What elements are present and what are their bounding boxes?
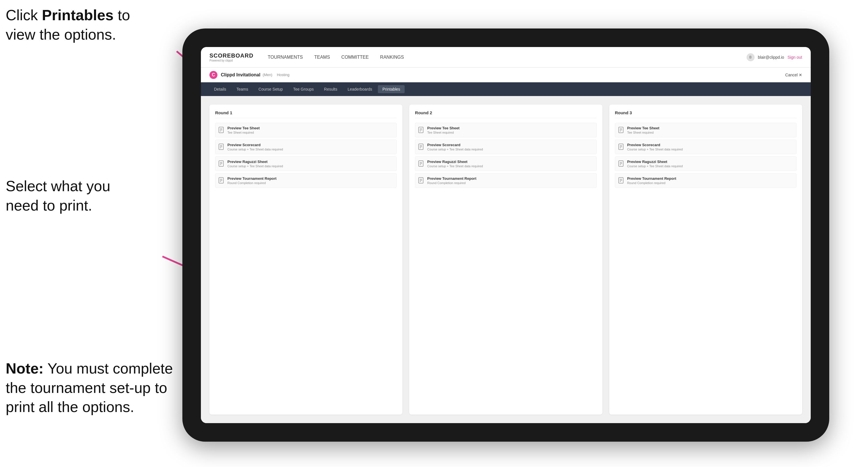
sub-nav: Details Teams Course Setup Tee Groups Re… [201,82,811,96]
round3-scorecard[interactable]: Preview Scorecard Course setup + Tee She… [615,139,797,154]
round2-raguzzi-title: Preview Raguzzi Sheet [427,160,594,164]
round-3-title: Round 3 [615,110,797,118]
tournament-tag: (Men) [263,73,272,77]
round1-tee-sheet-title: Preview Tee Sheet [227,126,394,130]
user-area: B blair@clippd.io Sign out [747,53,802,61]
document-icon [618,160,624,167]
round1-tee-sheet-text: Preview Tee Sheet Tee Sheet required [227,126,394,134]
tournament-status: Hosting [277,73,289,77]
logo-area: SCOREBOARD Powered by clippd [210,53,253,62]
round1-report-text: Preview Tournament Report Round Completi… [227,176,394,185]
round1-raguzzi-sub: Course setup + Tee Sheet data required [227,164,394,168]
document-icon [218,126,224,133]
round3-tee-sheet-title: Preview Tee Sheet [627,126,794,130]
round3-report-text: Preview Tournament Report Round Completi… [627,176,794,185]
round2-report-sub: Round Completion required [427,181,594,185]
annotation-top: Click Printables toview the options. [6,6,171,44]
round1-raguzzi-title: Preview Raguzzi Sheet [227,160,394,164]
round-1-column: Round 1 Preview Tee Sheet Tee Sheet requ… [210,104,402,414]
round-1-title: Round 1 [215,110,397,118]
document-icon [218,160,224,167]
tab-leaderboards[interactable]: Leaderboards [343,85,377,93]
round2-report-text: Preview Tournament Report Round Completi… [427,176,594,185]
tab-tee-groups[interactable]: Tee Groups [289,85,318,93]
tablet-screen: SCOREBOARD Powered by clippd TOURNAMENTS… [201,47,811,423]
round1-tee-sheet[interactable]: Preview Tee Sheet Tee Sheet required [215,123,397,137]
round2-tee-sheet-sub: Tee Sheet required [427,131,594,134]
round3-raguzzi-sub: Course setup + Tee Sheet data required [627,164,794,168]
round2-scorecard-title: Preview Scorecard [427,143,594,147]
round3-tee-sheet-text: Preview Tee Sheet Tee Sheet required [627,126,794,134]
main-nav: TOURNAMENTS TEAMS COMMITTEE RANKINGS [268,54,746,61]
round1-tournament-report[interactable]: Preview Tournament Report Round Completi… [215,173,397,188]
nav-teams[interactable]: TEAMS [314,54,330,61]
round2-raguzzi-text: Preview Raguzzi Sheet Course setup + Tee… [427,160,594,168]
round-2-column: Round 2 Preview Tee Sheet Tee Sheet requ… [409,104,602,414]
round3-tee-sheet[interactable]: Preview Tee Sheet Tee Sheet required [615,123,797,137]
round3-report-title: Preview Tournament Report [627,176,794,181]
round3-scorecard-title: Preview Scorecard [627,143,794,147]
nav-committee[interactable]: COMMITTEE [341,54,369,61]
user-email: blair@clippd.io [758,55,784,60]
round3-scorecard-text: Preview Scorecard Course setup + Tee She… [627,143,794,151]
document-icon [618,126,624,133]
round1-report-sub: Round Completion required [227,181,394,185]
round2-tournament-report[interactable]: Preview Tournament Report Round Completi… [415,173,596,188]
round1-scorecard-text: Preview Scorecard Course setup + Tee She… [227,143,394,151]
logo-sub: Powered by clippd [210,59,253,62]
tab-details[interactable]: Details [210,85,231,93]
tab-printables[interactable]: Printables [378,85,405,93]
tab-results[interactable]: Results [319,85,342,93]
annotation-bold-printables: Printables [42,7,114,23]
round2-scorecard[interactable]: Preview Scorecard Course setup + Tee She… [415,139,596,154]
document-icon [417,126,424,133]
document-icon [218,177,224,184]
round3-raguzzi-title: Preview Raguzzi Sheet [627,160,794,164]
round2-tee-sheet-text: Preview Tee Sheet Tee Sheet required [427,126,594,134]
tournament-logo: C [210,71,217,79]
round1-tee-sheet-sub: Tee Sheet required [227,131,394,134]
top-nav: SCOREBOARD Powered by clippd TOURNAMENTS… [201,47,811,67]
nav-rankings[interactable]: RANKINGS [380,54,404,61]
round3-tournament-report[interactable]: Preview Tournament Report Round Completi… [615,173,797,188]
main-content: Round 1 Preview Tee Sheet Tee Sheet requ… [201,96,811,423]
round3-scorecard-sub: Course setup + Tee Sheet data required [627,148,794,151]
tournament-header: C Clippd Invitational (Men) Hosting Canc… [201,67,811,82]
nav-tournaments[interactable]: TOURNAMENTS [268,54,303,61]
note-label: Note: [6,360,43,377]
round3-report-sub: Round Completion required [627,181,794,185]
document-icon [417,160,424,167]
document-icon [218,143,224,150]
round2-report-title: Preview Tournament Report [427,176,594,181]
sign-out-link[interactable]: Sign out [788,55,802,60]
round2-raguzzi-sub: Course setup + Tee Sheet data required [427,164,594,168]
tab-teams[interactable]: Teams [232,85,253,93]
round1-scorecard[interactable]: Preview Scorecard Course setup + Tee She… [215,139,397,154]
annotation-middle: Select what youneed to print. [6,177,171,215]
round2-scorecard-text: Preview Scorecard Course setup + Tee She… [427,143,594,151]
document-icon [417,143,424,150]
document-icon [618,177,624,184]
round-2-title: Round 2 [415,110,596,118]
round1-raguzzi-text: Preview Raguzzi Sheet Course setup + Tee… [227,160,394,168]
round2-tee-sheet-title: Preview Tee Sheet [427,126,594,130]
round1-report-title: Preview Tournament Report [227,176,394,181]
logo-title: SCOREBOARD [210,53,253,59]
document-icon [417,177,424,184]
annotation-bottom: Note: You must complete the tournament s… [6,359,182,417]
document-icon [618,143,624,150]
user-avatar: B [747,53,754,61]
tablet-device: SCOREBOARD Powered by clippd TOURNAMENTS… [182,29,829,442]
round2-scorecard-sub: Course setup + Tee Sheet data required [427,148,594,151]
tab-course-setup[interactable]: Course Setup [254,85,287,93]
round3-tee-sheet-sub: Tee Sheet required [627,131,794,134]
round2-raguzzi[interactable]: Preview Raguzzi Sheet Course setup + Tee… [415,156,596,171]
round3-raguzzi-text: Preview Raguzzi Sheet Course setup + Tee… [627,160,794,168]
round1-scorecard-sub: Course setup + Tee Sheet data required [227,148,394,151]
round3-raguzzi[interactable]: Preview Raguzzi Sheet Course setup + Tee… [615,156,797,171]
round1-scorecard-title: Preview Scorecard [227,143,394,147]
cancel-button[interactable]: Cancel ✕ [785,73,802,77]
round2-tee-sheet[interactable]: Preview Tee Sheet Tee Sheet required [415,123,596,137]
round-3-column: Round 3 Preview Tee Sheet Tee Sheet requ… [609,104,802,414]
round1-raguzzi[interactable]: Preview Raguzzi Sheet Course setup + Tee… [215,156,397,171]
